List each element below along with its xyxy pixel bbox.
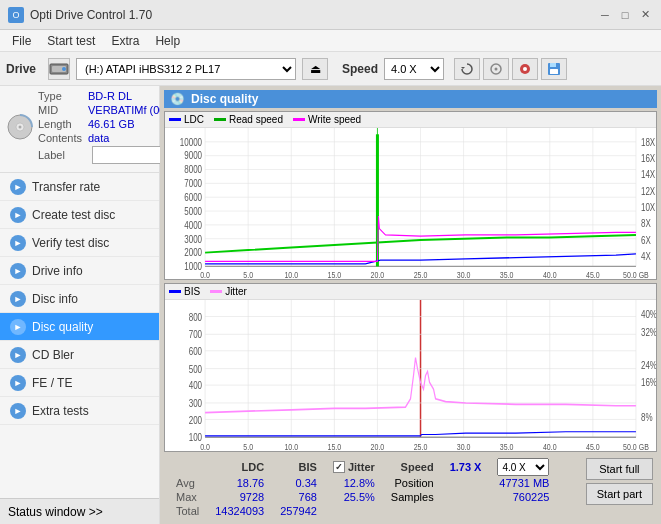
nav-cd-bler[interactable]: ► CD Bler (0, 341, 159, 369)
menu-start-test[interactable]: Start test (39, 32, 103, 50)
length-val: 46.61 GB (88, 118, 134, 130)
save-button[interactable] (541, 58, 567, 80)
drive-select[interactable]: (H:) ATAPI iHBS312 2 PL17 (76, 58, 296, 80)
nav-icon-create-test-disc: ► (10, 207, 26, 223)
nav-fe-te[interactable]: ► FE / TE (0, 369, 159, 397)
app-icon: O (8, 7, 24, 23)
stats-speed-select[interactable]: 4.0 X (497, 458, 549, 476)
max-label: Max (168, 490, 207, 504)
svg-text:8X: 8X (641, 219, 651, 230)
svg-text:10000: 10000 (180, 137, 202, 148)
svg-text:5.0: 5.0 (243, 270, 253, 279)
legend-write-speed: Write speed (293, 114, 361, 125)
nav-transfer-rate[interactable]: ► Transfer rate (0, 173, 159, 201)
legend-jitter: Jitter (210, 286, 247, 297)
svg-rect-9 (550, 63, 556, 67)
svg-marker-3 (461, 67, 465, 69)
titlebar-controls: ─ □ ✕ (597, 7, 653, 23)
stats-avg-row: Avg 18.76 0.34 12.8% Position 47731 MB (168, 476, 557, 490)
max-jitter: 25.5% (325, 490, 383, 504)
svg-text:25.0: 25.0 (414, 270, 428, 279)
svg-text:2000: 2000 (184, 247, 202, 258)
legend-jitter-label: Jitter (225, 286, 247, 297)
nav-create-test-disc[interactable]: ► Create test disc (0, 201, 159, 229)
nav-label-extra-tests: Extra tests (32, 404, 89, 418)
nav-extra-tests[interactable]: ► Extra tests (0, 397, 159, 425)
svg-text:40.0: 40.0 (543, 440, 557, 451)
legend-ldc-label: LDC (184, 114, 204, 125)
stats-total-row: Total 14324093 257942 (168, 504, 557, 518)
nav-label-transfer-rate: Transfer rate (32, 180, 100, 194)
svg-text:4000: 4000 (184, 220, 202, 231)
start-full-button[interactable]: Start full (586, 458, 653, 480)
chart-top-area: 10000 9000 8000 7000 6000 5000 4000 3000… (165, 128, 656, 279)
refresh-button[interactable] (454, 58, 480, 80)
nav-icon-extra-tests: ► (10, 403, 26, 419)
nav-disc-info[interactable]: ► Disc info (0, 285, 159, 313)
legend-read-speed: Read speed (214, 114, 283, 125)
stats-max-row: Max 9728 768 25.5% Samples 760225 (168, 490, 557, 504)
svg-text:5000: 5000 (184, 206, 202, 217)
svg-text:20.0: 20.0 (371, 440, 385, 451)
nav-icon-fe-te: ► (10, 375, 26, 391)
stats-table: LDC BIS ✓ Jitter Speed (168, 458, 557, 518)
svg-text:20.0: 20.0 (371, 270, 385, 279)
jitter-color (210, 290, 222, 293)
start-part-button[interactable]: Start part (586, 483, 653, 505)
eject-button[interactable]: ⏏ (302, 58, 328, 80)
quality-panel: 💿 Disc quality LDC Read speed (160, 86, 661, 524)
titlebar: O Opti Drive Control 1.70 ─ □ ✕ (0, 0, 661, 30)
chart-bottom-svg: 800 700 600 500 400 300 200 100 40% 32% … (165, 300, 656, 451)
drivebar: Drive (H:) ATAPI iHBS312 2 PL17 ⏏ Speed … (0, 52, 661, 86)
drive-action-buttons (454, 58, 567, 80)
speed-current-val: 1.73 X (450, 461, 482, 473)
total-jitter-empty (325, 504, 383, 518)
panel-title: 💿 Disc quality (164, 90, 657, 108)
col-header-speed-val: 1.73 X (442, 458, 490, 476)
nav-verify-test-disc[interactable]: ► Verify test disc (0, 229, 159, 257)
close-button[interactable]: ✕ (637, 7, 653, 23)
svg-text:4X: 4X (641, 251, 651, 262)
nav-icon-disc-info: ► (10, 291, 26, 307)
svg-text:14X: 14X (641, 169, 655, 180)
menu-file[interactable]: File (4, 32, 39, 50)
position-label: Position (383, 476, 442, 490)
mid-key: MID (38, 104, 88, 116)
speed-label: Speed (342, 62, 378, 76)
nav-drive-info[interactable]: ► Drive info (0, 257, 159, 285)
menu-extra[interactable]: Extra (103, 32, 147, 50)
svg-text:400: 400 (189, 379, 202, 392)
svg-point-2 (62, 67, 66, 71)
type-val: BD-R DL (88, 90, 132, 102)
svg-point-7 (523, 67, 527, 71)
position-val: 47731 MB (442, 476, 558, 490)
nav-icon-verify-test-disc: ► (10, 235, 26, 251)
sidebar: Type BD-R DL MID VERBATIMf (000) Length … (0, 86, 160, 524)
type-key: Type (38, 90, 88, 102)
label-key: Label (38, 149, 88, 161)
col-header-ldc: LDC (207, 458, 272, 476)
svg-point-13 (19, 126, 22, 129)
nav-disc-quality[interactable]: ► Disc quality (0, 313, 159, 341)
chart-top-svg: 10000 9000 8000 7000 6000 5000 4000 3000… (165, 128, 656, 279)
speed-select[interactable]: 4.0 X 2.0 X 1.0 X (384, 58, 444, 80)
total-bis: 257942 (272, 504, 325, 518)
disc-button[interactable] (483, 58, 509, 80)
svg-text:200: 200 (189, 413, 202, 426)
svg-text:800: 800 (189, 310, 202, 323)
svg-text:16%: 16% (641, 376, 656, 389)
length-key: Length (38, 118, 88, 130)
disc-header: Type BD-R DL MID VERBATIMf (000) Length … (6, 90, 153, 164)
jitter-checkbox[interactable]: ✓ (333, 461, 345, 473)
menu-help[interactable]: Help (147, 32, 188, 50)
erase-button[interactable] (512, 58, 538, 80)
contents-key: Contents (38, 132, 88, 144)
nav-label-verify-test-disc: Verify test disc (32, 236, 109, 250)
minimize-button[interactable]: ─ (597, 7, 613, 23)
status-window-button[interactable]: Status window >> (0, 498, 159, 524)
maximize-button[interactable]: □ (617, 7, 633, 23)
svg-text:15.0: 15.0 (328, 270, 342, 279)
svg-text:25.0: 25.0 (414, 440, 428, 451)
total-label: Total (168, 504, 207, 518)
svg-text:3000: 3000 (184, 234, 202, 245)
